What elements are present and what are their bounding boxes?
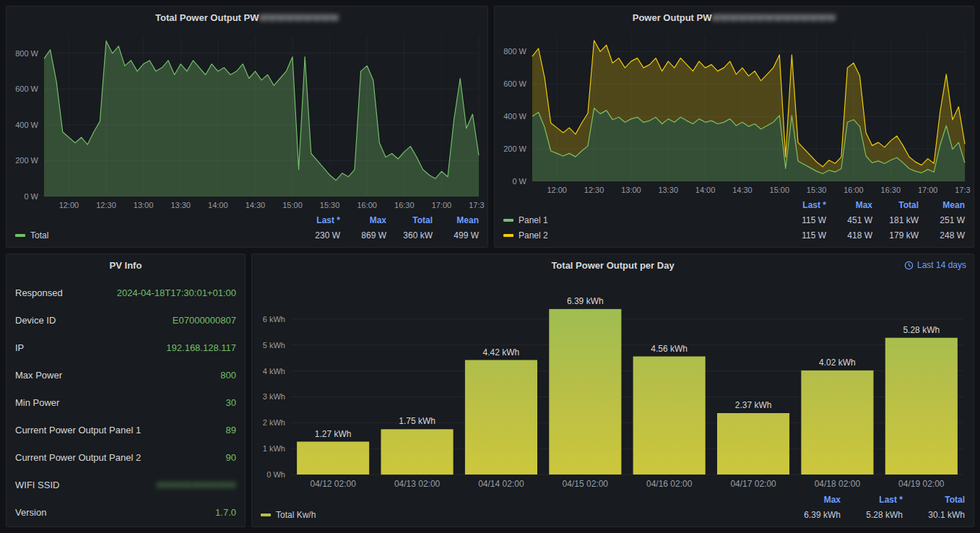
panel-title-power-output[interactable]: Power Output PWWWWWWWWWWWWWWW <box>495 6 974 28</box>
panel-power-per-day: Total Power Output per Day Last 14 days … <box>251 254 974 527</box>
panel-title-text: Power Output PW <box>633 12 712 23</box>
svg-text:12:00: 12:00 <box>547 186 567 194</box>
pv-row-value: 2024-04-18T17:30:01+01:00 <box>117 287 236 298</box>
grafana-dashboard: Total Power Output PWWWWWWWWWW 12:0012:3… <box>0 0 980 533</box>
legend-stat-value: 6.39 kWh <box>783 510 841 520</box>
pv-row-label: Device ID <box>15 315 56 326</box>
svg-text:6.39 kWh: 6.39 kWh <box>567 296 604 306</box>
legend-stat-value: 251 W <box>923 215 965 225</box>
svg-text:3 kWh: 3 kWh <box>263 392 285 401</box>
pv-row-current-panel1: Current Power Output Panel 1 89 <box>6 416 245 443</box>
series-color-swatch <box>503 234 513 237</box>
legend-series-row-panel1: Panel 1 115 W 451 W 181 kW 251 W <box>503 212 965 228</box>
svg-text:15:30: 15:30 <box>807 186 827 194</box>
pv-row-value-redacted: WWWWWWWWW <box>157 480 236 490</box>
power-per-day-bar-chart[interactable]: 0 Wh1 kWh2 kWh3 kWh4 kWh5 kWh6 kWh1.27 k… <box>255 276 971 490</box>
svg-text:16:30: 16:30 <box>881 186 901 194</box>
svg-text:04/12 02:00: 04/12 02:00 <box>310 479 356 489</box>
svg-text:5 kWh: 5 kWh <box>263 341 285 350</box>
dashboard-row-bottom: PV Info Responsed 2024-04-18T17:30:01+01… <box>6 254 974 527</box>
svg-text:17:00: 17:00 <box>918 186 938 194</box>
legend-stat-value: 181 kW <box>877 215 919 225</box>
series-color-swatch <box>503 219 513 222</box>
svg-text:1.27 kWh: 1.27 kWh <box>315 429 352 439</box>
legend-series-panel1[interactable]: Panel 1 <box>503 215 780 225</box>
pv-row-responsed: Responsed 2024-04-18T17:30:01+01:00 <box>6 279 245 306</box>
legend-stat-header-total[interactable]: Total <box>877 200 919 210</box>
legend-stat-value: 499 W <box>437 230 479 240</box>
svg-text:1.75 kWh: 1.75 kWh <box>399 416 435 426</box>
legend-series-row-panel2: Panel 2 115 W 418 W 179 kW 248 W <box>503 228 965 243</box>
legend-series-label: Panel 1 <box>519 215 548 225</box>
legend-series-row-total-kwh: Total Kw/h 6.39 kWh 5.28 kWh 30.1 kWh <box>261 507 965 522</box>
pv-info-table: Responsed 2024-04-18T17:30:01+01:00 Devi… <box>6 276 245 527</box>
svg-text:5.28 kWh: 5.28 kWh <box>903 325 940 335</box>
legend-series-panel2[interactable]: Panel 2 <box>503 230 780 240</box>
total-power-timeseries-chart[interactable]: 12:0012:3013:0013:3014:0014:3015:0015:30… <box>9 28 485 211</box>
legend-stat-header-total[interactable]: Total <box>391 215 433 225</box>
time-range-picker[interactable]: Last 14 days <box>904 260 966 270</box>
legend-stat-header-max[interactable]: Max <box>831 200 872 210</box>
legend-total-power: Last * Max Total Mean Total 230 W 869 W … <box>6 211 487 247</box>
svg-text:2 kWh: 2 kWh <box>263 418 285 427</box>
svg-text:2.37 kWh: 2.37 kWh <box>735 400 772 410</box>
svg-text:4 kWh: 4 kWh <box>263 367 285 376</box>
legend-stat-value: 230 W <box>298 230 340 240</box>
svg-text:200 W: 200 W <box>15 156 38 165</box>
panel-title-total-power[interactable]: Total Power Output PWWWWWWWWWW <box>6 6 487 28</box>
svg-text:0 W: 0 W <box>24 192 38 201</box>
panel-title-pv-info[interactable]: PV Info <box>6 254 245 276</box>
pv-row-label: Min Power <box>15 397 59 408</box>
legend-stat-header-total[interactable]: Total <box>907 495 965 505</box>
svg-text:04/16 02:00: 04/16 02:00 <box>646 479 693 489</box>
pv-row-value: 89 <box>226 425 236 436</box>
legend-stat-header-last[interactable]: Last * <box>784 200 826 210</box>
legend-series-row-total: Total 230 W 869 W 360 kW 499 W <box>15 228 479 243</box>
legend-stat-header-mean[interactable]: Mean <box>437 215 479 225</box>
pv-row-value: 90 <box>226 452 236 463</box>
panel-power-output: Power Output PWWWWWWWWWWWWWWW 12:0012:30… <box>494 6 974 248</box>
pv-row-current-panel2: Current Power Output Panel 2 90 <box>6 443 245 471</box>
legend-stat-value: 115 W <box>784 215 826 225</box>
series-color-swatch <box>15 234 25 237</box>
legend-series-total[interactable]: Total <box>15 230 294 240</box>
svg-text:200 W: 200 W <box>503 144 526 153</box>
legend-series-label: Total Kw/h <box>276 510 316 520</box>
legend-stat-header-mean[interactable]: Mean <box>923 200 965 210</box>
legend-stat-value: 360 kW <box>391 230 433 240</box>
pv-row-value: E07000000807 <box>173 315 236 326</box>
svg-text:400 W: 400 W <box>503 112 526 121</box>
svg-text:0 W: 0 W <box>512 177 526 186</box>
legend-series-total-kwh[interactable]: Total Kw/h <box>261 510 779 520</box>
panel-title-text: Total Power Output PW <box>155 12 259 23</box>
legend-stat-value: 869 W <box>344 230 386 240</box>
legend-stat-header-last[interactable]: Last * <box>845 495 903 505</box>
legend-stat-value: 418 W <box>831 230 872 240</box>
svg-text:17:30: 17:30 <box>955 186 971 194</box>
pv-row-value: 1.7.0 <box>215 507 236 518</box>
svg-text:13:00: 13:00 <box>134 201 154 209</box>
svg-text:14:00: 14:00 <box>695 186 716 194</box>
legend-stat-header-max[interactable]: Max <box>783 495 841 505</box>
pv-row-label: Max Power <box>15 370 62 381</box>
svg-text:17:30: 17:30 <box>469 201 485 209</box>
svg-text:400 W: 400 W <box>15 121 38 129</box>
pv-row-label: IP <box>15 342 24 353</box>
svg-text:04/14 02:00: 04/14 02:00 <box>478 479 524 489</box>
panel-title-per-day[interactable]: Total Power Output per Day <box>252 254 974 276</box>
pv-row-label: Responsed <box>15 287 63 298</box>
legend-stat-header-last[interactable]: Last * <box>298 215 340 225</box>
legend-header-row: Last * Max Total Mean <box>15 212 479 228</box>
svg-text:800 W: 800 W <box>15 49 38 58</box>
legend-stat-value: 179 kW <box>877 230 919 240</box>
panel-title-redacted: WWWWWWWWW <box>259 12 339 23</box>
legend-stat-value: 451 W <box>831 215 872 225</box>
pv-row-label: Current Power Output Panel 2 <box>15 452 141 463</box>
power-output-timeseries-chart[interactable]: 12:0012:3013:0013:3014:0014:3015:0015:30… <box>498 28 971 196</box>
svg-text:16:00: 16:00 <box>844 186 864 194</box>
legend-stat-value: 248 W <box>923 230 965 240</box>
svg-text:12:00: 12:00 <box>59 201 79 209</box>
legend-stat-header-max[interactable]: Max <box>344 215 386 225</box>
svg-text:600 W: 600 W <box>503 79 526 88</box>
pv-row-label: Version <box>15 507 46 518</box>
